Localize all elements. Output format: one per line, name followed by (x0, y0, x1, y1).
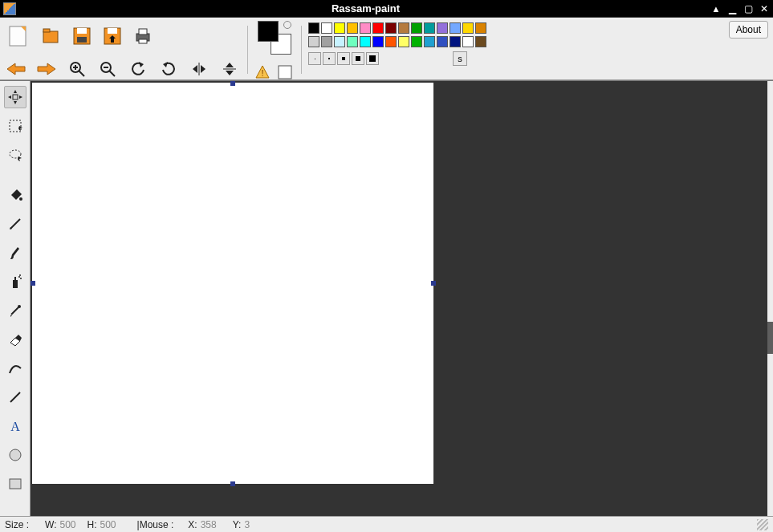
palette-swatch[interactable] (347, 22, 358, 34)
palette-swatch[interactable] (462, 36, 474, 47)
palette-swatch[interactable] (347, 36, 358, 47)
open-file-button[interactable] (40, 25, 63, 47)
palette-swatch[interactable] (398, 36, 409, 47)
color-wells[interactable] (258, 21, 291, 55)
palette-swatch[interactable] (437, 36, 448, 47)
ellipse-tool[interactable] (4, 444, 26, 466)
rotate-left-button[interactable] (127, 58, 149, 80)
brush-size-1[interactable] (308, 52, 321, 65)
palette-swatch[interactable] (334, 36, 345, 47)
mouse-x-label: X: (188, 519, 197, 530)
eyedropper-tool[interactable] (4, 299, 26, 322)
resize-handle-left[interactable] (31, 281, 35, 286)
spray-tool[interactable] (4, 270, 26, 293)
workspace[interactable] (31, 81, 773, 516)
svg-text:A: A (10, 420, 20, 433)
brush-size-2[interactable] (323, 52, 336, 65)
svg-point-52 (18, 305, 21, 308)
about-button[interactable]: About (729, 21, 768, 39)
pencil-tool[interactable] (4, 213, 26, 235)
line-tool[interactable] (4, 386, 26, 408)
svg-rect-32 (279, 66, 291, 79)
shape-preview[interactable] (277, 64, 293, 80)
maximize-button[interactable]: ▢ (742, 3, 754, 14)
palette-swatch[interactable] (360, 36, 371, 47)
palette-swatch[interactable] (437, 22, 448, 34)
svg-line-44 (10, 219, 20, 229)
rotate-right-button[interactable] (157, 58, 180, 80)
palette-swatch[interactable] (411, 22, 422, 34)
palette-swatch[interactable] (424, 22, 435, 34)
palette-swatch[interactable] (385, 22, 397, 34)
palette-swatch[interactable] (334, 22, 345, 34)
palette-swatch[interactable] (360, 22, 371, 34)
save-as-button[interactable] (101, 25, 124, 47)
undo-button[interactable] (5, 58, 27, 80)
palette-swatch[interactable] (475, 22, 486, 34)
palette-swatch[interactable] (321, 36, 332, 47)
zoom-out-button[interactable] (96, 58, 119, 80)
palette-swatch[interactable] (385, 36, 397, 47)
svg-point-50 (19, 274, 21, 276)
svg-marker-41 (18, 156, 22, 161)
canvas-width-value: 500 (59, 519, 75, 530)
resize-handle-bottom[interactable] (230, 481, 235, 486)
svg-rect-12 (139, 39, 147, 43)
palette-swatch[interactable] (462, 22, 474, 34)
rectangle-tool[interactable] (4, 473, 26, 495)
palette-swatch[interactable] (411, 36, 422, 47)
brush-tool[interactable] (4, 242, 26, 264)
redo-button[interactable] (35, 58, 58, 80)
width-label: W: (45, 519, 56, 530)
resize-grip-icon[interactable] (757, 519, 768, 530)
svg-line-16 (79, 71, 84, 76)
minimize-button[interactable]: ▁ (726, 3, 738, 14)
alpha-indicator-icon (283, 21, 291, 29)
save-button[interactable] (71, 25, 93, 47)
resize-handle-top[interactable] (230, 81, 235, 86)
foreground-color-well[interactable] (258, 21, 279, 42)
size-options-button[interactable]: s (453, 51, 467, 66)
rect-select-tool[interactable] (4, 115, 26, 137)
warning-icon[interactable]: ! (254, 64, 271, 80)
resize-handle-right[interactable] (431, 281, 436, 286)
palette-swatch[interactable] (308, 22, 319, 34)
vertical-scrollbar[interactable] (767, 81, 773, 516)
text-tool[interactable]: A (4, 415, 26, 437)
palette-swatch[interactable] (424, 36, 435, 47)
rollup-button[interactable]: ▲ (710, 3, 722, 14)
palette-swatch[interactable] (308, 36, 319, 47)
svg-marker-34 (14, 101, 17, 104)
new-file-button[interactable] (5, 22, 32, 50)
lasso-select-tool[interactable] (4, 144, 26, 166)
flip-horizontal-button[interactable] (188, 58, 210, 80)
fill-tool[interactable] (4, 184, 26, 206)
eraser-tool[interactable] (4, 328, 26, 351)
palette-swatch[interactable] (372, 22, 384, 34)
svg-line-20 (109, 71, 115, 76)
move-tool[interactable] (4, 86, 26, 108)
flip-vertical-button[interactable] (218, 58, 241, 80)
brush-size-8[interactable] (366, 52, 379, 65)
curve-tool[interactable] (4, 357, 26, 380)
brush-size-4[interactable] (337, 52, 350, 65)
brush-size-6[interactable] (352, 52, 364, 65)
palette-swatch[interactable] (450, 22, 461, 34)
palette-swatch[interactable] (321, 22, 332, 34)
svg-rect-6 (77, 37, 87, 43)
canvas[interactable] (32, 83, 433, 484)
svg-marker-35 (8, 95, 11, 99)
mouse-y-value: 3 (244, 519, 250, 530)
tool-sidebar: A (0, 81, 31, 516)
svg-rect-47 (14, 277, 16, 280)
zoom-in-button[interactable] (66, 58, 88, 80)
palette-swatch[interactable] (398, 22, 409, 34)
palette-swatch[interactable] (475, 36, 486, 47)
svg-point-58 (10, 449, 21, 461)
palette-swatch[interactable] (450, 36, 461, 47)
svg-marker-28 (226, 71, 234, 75)
close-button[interactable]: ✕ (759, 3, 770, 14)
mouse-label: |Mouse : (137, 519, 174, 530)
palette-swatch[interactable] (372, 36, 384, 47)
print-button[interactable] (132, 25, 154, 47)
